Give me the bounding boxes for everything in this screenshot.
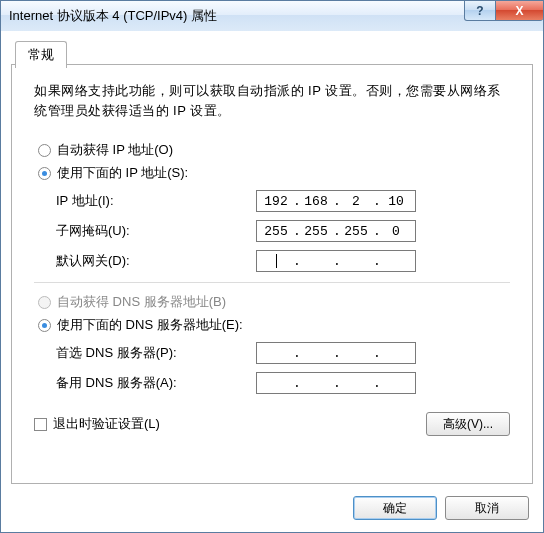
text-cursor xyxy=(276,254,277,268)
ip-octet: 255 xyxy=(339,224,373,239)
ip-address-input[interactable]: 192. 168. 2. 10 xyxy=(256,190,416,212)
titlebar: Internet 协议版本 4 (TCP/IPv4) 属性 ? X xyxy=(1,1,543,32)
advanced-button[interactable]: 高级(V)... xyxy=(426,412,510,436)
ip-octet xyxy=(259,254,293,269)
ip-octet: 255 xyxy=(259,224,293,239)
titlebar-buttons: ? X xyxy=(464,1,543,21)
help-icon: ? xyxy=(476,4,483,18)
radio-ip-manual[interactable]: 使用下面的 IP 地址(S): xyxy=(38,164,510,182)
gateway-input[interactable]: . . . xyxy=(256,250,416,272)
radio-ip-manual-label: 使用下面的 IP 地址(S): xyxy=(57,164,188,182)
radio-dns-manual-label: 使用下面的 DNS 服务器地址(E): xyxy=(57,316,243,334)
subnet-mask-label: 子网掩码(U): xyxy=(56,222,256,240)
radio-icon xyxy=(38,319,51,332)
panel-bottom: 退出时验证设置(L) 高级(V)... xyxy=(34,412,510,436)
dns-fields: 首选 DNS 服务器(P): . . . 备用 DNS 服务器(A): . . … xyxy=(56,342,510,394)
radio-dns-manual[interactable]: 使用下面的 DNS 服务器地址(E): xyxy=(38,316,510,334)
dialog-window: Internet 协议版本 4 (TCP/IPv4) 属性 ? X 常规 如果网… xyxy=(0,0,544,533)
ok-button[interactable]: 确定 xyxy=(353,496,437,520)
close-icon: X xyxy=(515,4,523,18)
ip-address-label: IP 地址(I): xyxy=(56,192,256,210)
dns-alt-input[interactable]: . . . xyxy=(256,372,416,394)
checkbox-icon xyxy=(34,418,47,431)
ip-octet: 2 xyxy=(339,194,373,209)
radio-ip-auto[interactable]: 自动获得 IP 地址(O) xyxy=(38,141,510,159)
cancel-button[interactable]: 取消 xyxy=(445,496,529,520)
cancel-button-label: 取消 xyxy=(475,500,499,517)
radio-dns-auto: 自动获得 DNS 服务器地址(B) xyxy=(38,293,510,311)
client-area: 常规 如果网络支持此功能，则可以获取自动指派的 IP 设置。否则，您需要从网络系… xyxy=(1,31,543,532)
validate-checkbox[interactable]: 退出时验证设置(L) xyxy=(34,415,160,433)
tab-panel-general: 如果网络支持此功能，则可以获取自动指派的 IP 设置。否则，您需要从网络系统管理… xyxy=(11,64,533,484)
ok-button-label: 确定 xyxy=(383,500,407,517)
advanced-button-label: 高级(V)... xyxy=(443,416,493,433)
radio-dns-auto-label: 自动获得 DNS 服务器地址(B) xyxy=(57,293,226,311)
help-button[interactable]: ? xyxy=(464,1,496,21)
gateway-label: 默认网关(D): xyxy=(56,252,256,270)
dns-pref-input[interactable]: . . . xyxy=(256,342,416,364)
dns-alt-label: 备用 DNS 服务器(A): xyxy=(56,374,256,392)
ip-octet: 192 xyxy=(259,194,293,209)
separator xyxy=(34,282,510,283)
validate-label: 退出时验证设置(L) xyxy=(53,415,160,433)
radio-ip-auto-label: 自动获得 IP 地址(O) xyxy=(57,141,173,159)
radio-icon xyxy=(38,144,51,157)
ip-octet: 168 xyxy=(299,194,333,209)
ip-octet: 255 xyxy=(299,224,333,239)
window-title: Internet 协议版本 4 (TCP/IPv4) 属性 xyxy=(9,7,217,25)
radio-icon xyxy=(38,167,51,180)
ip-fields: IP 地址(I): 192. 168. 2. 10 子网掩码(U): 255. … xyxy=(56,190,510,272)
dialog-buttons: 确定 取消 xyxy=(353,496,529,520)
subnet-mask-input[interactable]: 255. 255. 255. 0 xyxy=(256,220,416,242)
dns-pref-label: 首选 DNS 服务器(P): xyxy=(56,344,256,362)
ip-octet: 0 xyxy=(379,224,413,239)
close-button[interactable]: X xyxy=(495,1,543,21)
ip-octet: 10 xyxy=(379,194,413,209)
radio-icon xyxy=(38,296,51,309)
description-text: 如果网络支持此功能，则可以获取自动指派的 IP 设置。否则，您需要从网络系统管理… xyxy=(34,81,510,121)
tab-strip: 常规 xyxy=(15,41,67,68)
tab-general[interactable]: 常规 xyxy=(15,41,67,68)
